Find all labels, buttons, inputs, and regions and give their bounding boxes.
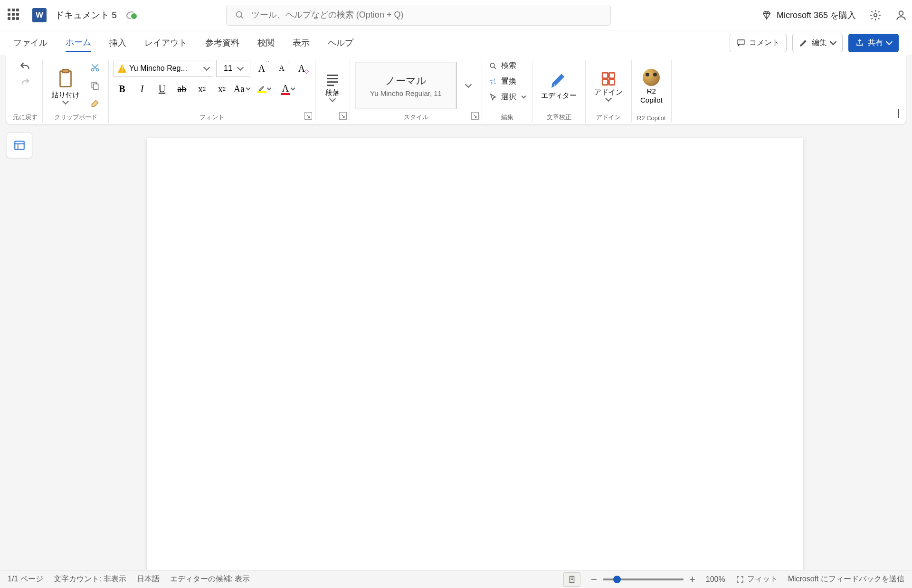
tab-review[interactable]: 校閲 <box>257 34 275 51</box>
svg-rect-5 <box>62 69 68 73</box>
page-indicator[interactable]: 1/1 ページ <box>8 574 43 584</box>
svg-rect-17 <box>609 73 614 78</box>
workspace <box>0 125 912 570</box>
tab-references[interactable]: 参考資料 <box>205 34 239 51</box>
highlight-color-button[interactable] <box>253 82 270 96</box>
copy-button[interactable] <box>86 78 104 93</box>
font-dialog-launcher[interactable]: ↘ <box>304 112 312 120</box>
ribbon-collapse-button[interactable] <box>898 109 899 118</box>
paragraph-dialog-launcher[interactable]: ↘ <box>339 112 347 120</box>
svg-line-1 <box>241 16 243 18</box>
reading-view-button[interactable] <box>563 572 580 587</box>
zoom-in-button[interactable]: + <box>689 573 695 586</box>
app-launcher-icon[interactable] <box>8 9 21 22</box>
buy-premium-button[interactable]: Microsoft 365 を購入 <box>761 9 856 21</box>
group-undo: 元に戻す <box>8 60 43 123</box>
style-normal[interactable]: ノーマル Yu Mincho Regular, 11 <box>355 62 457 109</box>
tab-view[interactable]: 表示 <box>293 34 310 51</box>
superscript-button[interactable]: x2 <box>213 82 230 96</box>
shrink-font-button[interactable]: Aˇ <box>273 61 290 76</box>
styles-dialog-launcher[interactable]: ↘ <box>471 112 479 120</box>
format-painter-button[interactable] <box>86 96 104 111</box>
zoom-thumb[interactable] <box>613 576 621 583</box>
feedback-link[interactable]: Microsoft にフィードバックを送信 <box>788 574 904 584</box>
redo-button[interactable] <box>17 75 34 89</box>
svg-point-2 <box>874 13 877 17</box>
editor-suggestions[interactable]: エディターの候補: 表示 <box>170 574 250 584</box>
tab-help[interactable]: ヘルプ <box>328 34 353 51</box>
zoom-slider[interactable] <box>603 579 684 580</box>
undo-button[interactable] <box>17 60 34 74</box>
group-addins-label: アドイン <box>596 111 621 123</box>
italic-button[interactable]: I <box>133 82 151 96</box>
group-editor-label: 文章校正 <box>547 111 571 123</box>
strikethrough-button[interactable]: ab <box>173 82 190 96</box>
editor-icon <box>550 71 569 90</box>
chevron-down-icon <box>830 38 836 45</box>
tab-file[interactable]: ファイル <box>13 34 48 51</box>
comments-button[interactable]: コメント <box>730 34 787 52</box>
share-button[interactable]: 共有 <box>848 34 899 52</box>
svg-rect-20 <box>15 141 24 149</box>
chevron-down-icon <box>266 85 271 90</box>
language-indicator[interactable]: 日本語 <box>137 574 160 584</box>
search-box[interactable] <box>226 5 611 26</box>
editor-button[interactable]: エディター <box>537 70 580 101</box>
bold-button[interactable]: B <box>114 82 131 96</box>
font-size-select[interactable]: 11 <box>216 60 250 77</box>
side-rail <box>0 125 38 570</box>
chevron-down-icon <box>886 38 893 45</box>
subscript-button[interactable]: x2 <box>193 82 210 96</box>
cloud-saved-icon[interactable] <box>126 11 137 19</box>
font-color-button[interactable]: A <box>277 82 294 96</box>
account-icon[interactable] <box>895 9 907 21</box>
svg-point-0 <box>236 11 242 17</box>
document-canvas[interactable] <box>38 125 912 570</box>
replace-icon <box>489 77 497 86</box>
addins-icon <box>599 71 618 87</box>
word-count[interactable]: 文字カウント: 非表示 <box>54 574 126 584</box>
search-input[interactable] <box>251 10 602 20</box>
grow-font-button[interactable]: Aˆ <box>253 61 270 76</box>
svg-rect-4 <box>60 71 71 86</box>
addins-button[interactable]: アドイン <box>590 70 627 102</box>
underline-button[interactable]: U <box>153 82 171 96</box>
tab-home[interactable]: ホーム <box>66 34 91 52</box>
select-button[interactable]: 選択 <box>487 91 527 103</box>
cut-button[interactable] <box>86 60 104 75</box>
chevron-down-icon <box>246 85 251 90</box>
group-paragraph: 段落 ↘ <box>315 60 350 123</box>
editing-mode-button[interactable]: 編集 <box>792 34 843 52</box>
navigation-pane-toggle[interactable] <box>7 133 32 158</box>
comment-icon <box>737 38 745 47</box>
tab-layout[interactable]: レイアウト <box>144 34 187 51</box>
paste-button[interactable]: 貼り付け <box>48 67 84 104</box>
replace-button[interactable]: 置換 <box>487 76 518 87</box>
font-name-select[interactable]: Yu Mincho Reg... <box>114 60 213 77</box>
settings-icon[interactable] <box>869 9 882 21</box>
document-title[interactable]: ドキュメント 5 <box>55 9 117 21</box>
paragraph-button[interactable]: 段落 <box>320 70 345 102</box>
chevron-down-icon <box>237 64 244 71</box>
svg-line-15 <box>494 66 496 68</box>
group-styles: ノーマル Yu Mincho Regular, 11 スタイル ↘ <box>350 60 482 123</box>
group-addins: アドイン アドイン <box>586 60 632 123</box>
clear-formatting-button[interactable]: A◇ <box>293 61 310 76</box>
fit-button[interactable]: フィット <box>736 574 778 584</box>
menubar-right: コメント 編集 共有 <box>730 34 899 52</box>
tab-insert[interactable]: 挿入 <box>109 34 126 51</box>
paragraph-icon <box>324 71 341 87</box>
zoom-out-button[interactable]: − <box>591 573 597 586</box>
brush-icon <box>90 99 100 108</box>
cursor-icon <box>489 93 497 102</box>
find-button[interactable]: 検索 <box>487 60 518 72</box>
change-case-button[interactable]: Aa <box>233 82 250 96</box>
search-container <box>226 5 611 26</box>
zoom-level[interactable]: 100% <box>706 575 725 584</box>
copilot-button[interactable]: R2 Copilot <box>636 68 666 105</box>
search-icon <box>235 10 245 20</box>
page-1[interactable] <box>147 138 803 570</box>
styles-gallery-more[interactable] <box>460 78 477 93</box>
svg-point-3 <box>899 11 903 15</box>
group-styles-label: スタイル <box>404 111 428 123</box>
